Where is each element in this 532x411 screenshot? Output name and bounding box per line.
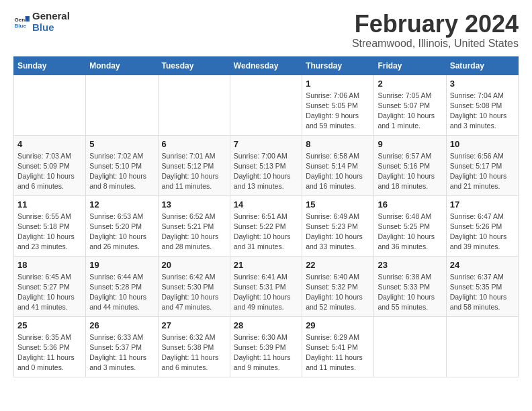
day-number: 8 [306,139,370,149]
day-number: 16 [378,199,442,210]
day-number: 14 [234,199,298,210]
day-number: 6 [162,139,226,149]
week-row-5: 25Sunrise: 6:35 AM Sunset: 5:36 PM Dayli… [14,316,519,377]
day-number: 29 [306,320,370,330]
calendar-cell: 26Sunrise: 6:33 AM Sunset: 5:37 PM Dayli… [86,316,158,377]
calendar-cell: 12Sunrise: 6:53 AM Sunset: 5:20 PM Dayli… [86,195,158,256]
calendar-cell: 29Sunrise: 6:29 AM Sunset: 5:41 PM Dayli… [302,316,374,377]
day-info: Sunrise: 6:53 AM Sunset: 5:20 PM Dayligh… [89,212,154,253]
day-info: Sunrise: 6:32 AM Sunset: 5:38 PM Dayligh… [162,332,226,373]
day-info: Sunrise: 7:06 AM Sunset: 5:05 PM Dayligh… [306,91,370,132]
week-row-2: 4Sunrise: 7:03 AM Sunset: 5:09 PM Daylig… [14,135,519,195]
calendar-header: Sunday Monday Tuesday Wednesday Thursday… [14,56,519,75]
day-info: Sunrise: 6:35 AM Sunset: 5:36 PM Dayligh… [17,332,82,373]
day-info: Sunrise: 6:47 AM Sunset: 5:26 PM Dayligh… [450,212,515,253]
day-number: 7 [234,139,298,149]
col-saturday: Saturday [446,56,518,75]
calendar-cell [230,75,302,135]
day-number: 18 [17,260,82,270]
col-friday: Friday [374,56,446,75]
calendar-cell: 24Sunrise: 6:37 AM Sunset: 5:35 PM Dayli… [446,256,518,316]
day-number: 26 [89,320,154,330]
day-info: Sunrise: 6:51 AM Sunset: 5:22 PM Dayligh… [234,212,298,253]
page-title: February 2024 [352,11,519,38]
calendar-cell: 18Sunrise: 6:45 AM Sunset: 5:27 PM Dayli… [14,256,86,316]
day-info: Sunrise: 6:55 AM Sunset: 5:18 PM Dayligh… [17,212,82,253]
day-info: Sunrise: 6:42 AM Sunset: 5:30 PM Dayligh… [162,272,226,313]
day-info: Sunrise: 7:02 AM Sunset: 5:10 PM Dayligh… [89,151,154,192]
day-number: 24 [450,260,515,270]
calendar-cell: 3Sunrise: 7:04 AM Sunset: 5:08 PM Daylig… [446,75,518,135]
day-info: Sunrise: 6:57 AM Sunset: 5:16 PM Dayligh… [378,151,442,192]
day-number: 23 [378,260,442,270]
day-number: 12 [89,199,154,210]
logo-general-text: General [32,11,70,22]
page-subtitle: Streamwood, Illinois, United States [352,38,519,50]
day-number: 19 [89,260,154,270]
week-row-1: 1Sunrise: 7:06 AM Sunset: 5:05 PM Daylig… [14,75,519,135]
calendar-cell: 27Sunrise: 6:32 AM Sunset: 5:38 PM Dayli… [158,316,230,377]
calendar-cell: 13Sunrise: 6:52 AM Sunset: 5:21 PM Dayli… [158,195,230,256]
day-info: Sunrise: 6:38 AM Sunset: 5:33 PM Dayligh… [378,272,442,313]
calendar-cell [446,316,518,377]
logo: General Blue General Blue [13,11,70,33]
calendar-cell: 9Sunrise: 6:57 AM Sunset: 5:16 PM Daylig… [374,135,446,195]
calendar-cell: 14Sunrise: 6:51 AM Sunset: 5:22 PM Dayli… [230,195,302,256]
col-sunday: Sunday [14,56,86,75]
calendar-cell: 25Sunrise: 6:35 AM Sunset: 5:36 PM Dayli… [14,316,86,377]
col-thursday: Thursday [302,56,374,75]
day-info: Sunrise: 6:30 AM Sunset: 5:39 PM Dayligh… [234,332,298,373]
calendar-cell: 1Sunrise: 7:06 AM Sunset: 5:05 PM Daylig… [302,75,374,135]
calendar-cell: 17Sunrise: 6:47 AM Sunset: 5:26 PM Dayli… [446,195,518,256]
day-info: Sunrise: 7:04 AM Sunset: 5:08 PM Dayligh… [450,91,515,132]
calendar-cell: 28Sunrise: 6:30 AM Sunset: 5:39 PM Dayli… [230,316,302,377]
col-monday: Monday [86,56,158,75]
day-info: Sunrise: 7:01 AM Sunset: 5:12 PM Dayligh… [162,151,226,192]
day-number: 10 [450,139,515,149]
calendar-cell [158,75,230,135]
day-number: 27 [162,320,226,330]
calendar-cell: 20Sunrise: 6:42 AM Sunset: 5:30 PM Dayli… [158,256,230,316]
day-number: 15 [306,199,370,210]
calendar-cell: 4Sunrise: 7:03 AM Sunset: 5:09 PM Daylig… [14,135,86,195]
calendar-cell: 2Sunrise: 7:05 AM Sunset: 5:07 PM Daylig… [374,75,446,135]
day-number: 20 [162,260,226,270]
day-number: 21 [234,260,298,270]
day-info: Sunrise: 6:45 AM Sunset: 5:27 PM Dayligh… [17,272,82,313]
day-info: Sunrise: 6:58 AM Sunset: 5:14 PM Dayligh… [306,151,370,192]
day-info: Sunrise: 6:48 AM Sunset: 5:25 PM Dayligh… [378,212,442,253]
day-number: 1 [306,79,370,89]
calendar-cell: 7Sunrise: 7:00 AM Sunset: 5:13 PM Daylig… [230,135,302,195]
page-header: General Blue General Blue February 2024 … [13,11,519,50]
calendar-cell: 11Sunrise: 6:55 AM Sunset: 5:18 PM Dayli… [14,195,86,256]
col-tuesday: Tuesday [158,56,230,75]
day-info: Sunrise: 6:37 AM Sunset: 5:35 PM Dayligh… [450,272,515,313]
calendar-cell: 10Sunrise: 6:56 AM Sunset: 5:17 PM Dayli… [446,135,518,195]
calendar-cell: 15Sunrise: 6:49 AM Sunset: 5:23 PM Dayli… [302,195,374,256]
logo-icon: General Blue [13,14,30,30]
week-row-3: 11Sunrise: 6:55 AM Sunset: 5:18 PM Dayli… [14,195,519,256]
day-number: 13 [162,199,226,210]
svg-text:Blue: Blue [15,23,27,29]
day-number: 17 [450,199,515,210]
calendar-table: Sunday Monday Tuesday Wednesday Thursday… [13,56,519,377]
day-info: Sunrise: 6:49 AM Sunset: 5:23 PM Dayligh… [306,212,370,253]
day-info: Sunrise: 6:33 AM Sunset: 5:37 PM Dayligh… [89,332,154,373]
day-number: 22 [306,260,370,270]
logo-blue-text: Blue [32,22,70,34]
day-number: 5 [89,139,154,149]
calendar-cell: 23Sunrise: 6:38 AM Sunset: 5:33 PM Dayli… [374,256,446,316]
day-info: Sunrise: 7:00 AM Sunset: 5:13 PM Dayligh… [234,151,298,192]
calendar-cell: 8Sunrise: 6:58 AM Sunset: 5:14 PM Daylig… [302,135,374,195]
day-number: 9 [378,139,442,149]
calendar-body: 1Sunrise: 7:06 AM Sunset: 5:05 PM Daylig… [14,75,519,377]
calendar-cell [374,316,446,377]
title-area: February 2024 Streamwood, Illinois, Unit… [352,11,519,50]
day-info: Sunrise: 6:56 AM Sunset: 5:17 PM Dayligh… [450,151,515,192]
day-info: Sunrise: 6:52 AM Sunset: 5:21 PM Dayligh… [162,212,226,253]
day-number: 25 [17,320,82,330]
day-number: 28 [234,320,298,330]
day-info: Sunrise: 6:40 AM Sunset: 5:32 PM Dayligh… [306,272,370,313]
day-number: 3 [450,79,515,89]
calendar-cell: 16Sunrise: 6:48 AM Sunset: 5:25 PM Dayli… [374,195,446,256]
